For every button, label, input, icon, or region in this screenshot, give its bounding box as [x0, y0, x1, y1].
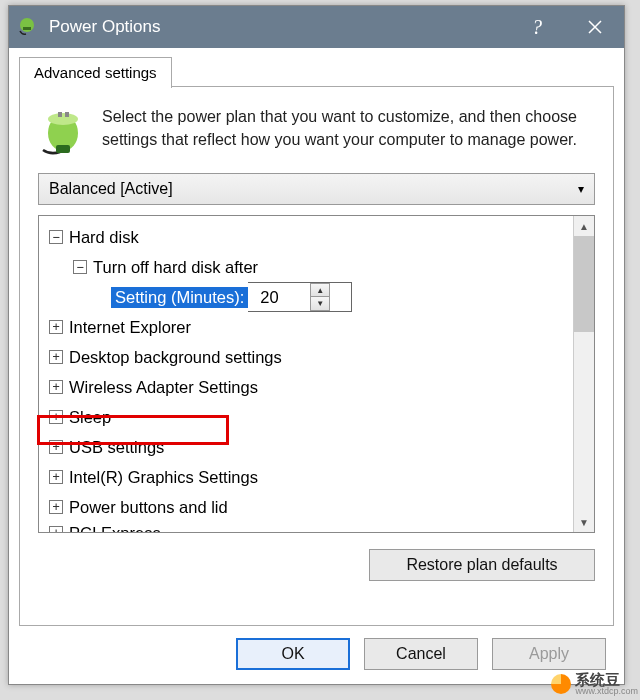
tree-item-desktop-background[interactable]: + Desktop background settings — [45, 342, 569, 372]
window-title: Power Options — [49, 17, 161, 37]
scrollbar-thumb[interactable] — [574, 236, 594, 332]
svg-rect-5 — [65, 112, 69, 117]
svg-rect-4 — [58, 112, 62, 117]
power-plug-icon — [19, 17, 39, 37]
tree-item-intel-graphics[interactable]: + Intel(R) Graphics Settings — [45, 462, 569, 492]
apply-button: Apply — [492, 638, 606, 670]
tree-label: USB settings — [69, 438, 164, 457]
chevron-down-icon: ▾ — [578, 182, 584, 196]
watermark-logo-icon — [551, 674, 571, 694]
tree-item-setting-minutes[interactable]: Setting (Minutes): 20 ▲ ▼ — [45, 282, 569, 312]
tabstrip: Advanced settings — [19, 56, 614, 87]
expand-icon[interactable]: + — [49, 350, 63, 364]
watermark-text: 系统豆 — [575, 672, 638, 687]
tree-scrollbar[interactable]: ▲ ▼ — [573, 216, 594, 532]
watermark: 系统豆 www.xtdcp.com — [551, 672, 638, 696]
tree-item-usb-settings[interactable]: + USB settings — [45, 432, 569, 462]
tree-label: PCI Express — [69, 524, 161, 533]
tree-item-turn-off-hard-disk[interactable]: − Turn off hard disk after — [45, 252, 569, 282]
tree-item-internet-explorer[interactable]: + Internet Explorer — [45, 312, 569, 342]
settings-tree-container: − Hard disk − Turn off hard disk after S… — [38, 215, 595, 533]
tree-label: Desktop background settings — [69, 348, 282, 367]
help-button[interactable]: ? — [508, 6, 566, 48]
tree-item-sleep[interactable]: + Sleep — [45, 402, 569, 432]
dialog-footer: OK Cancel Apply — [9, 634, 624, 684]
tree-item-pci-express[interactable]: + PCI Express — [45, 522, 569, 532]
tree-item-power-buttons[interactable]: + Power buttons and lid — [45, 492, 569, 522]
expand-icon[interactable]: + — [49, 526, 63, 532]
tree-label: Wireless Adapter Settings — [69, 378, 258, 397]
power-options-dialog: Power Options ? Advanced settings Select… — [8, 5, 625, 685]
cancel-button[interactable]: Cancel — [364, 638, 478, 670]
setting-minutes-label: Setting (Minutes): — [111, 287, 248, 308]
collapse-icon[interactable]: − — [73, 260, 87, 274]
settings-tree[interactable]: − Hard disk − Turn off hard disk after S… — [39, 216, 573, 532]
expand-icon[interactable]: + — [49, 500, 63, 514]
svg-rect-1 — [23, 27, 31, 30]
tree-item-wireless-adapter[interactable]: + Wireless Adapter Settings — [45, 372, 569, 402]
tree-label: Internet Explorer — [69, 318, 191, 337]
titlebar[interactable]: Power Options ? — [9, 6, 624, 48]
scroll-down-icon[interactable]: ▼ — [574, 512, 594, 532]
tab-advanced-settings[interactable]: Advanced settings — [19, 57, 172, 88]
watermark-url: www.xtdcp.com — [575, 687, 638, 696]
tab-content: Select the power plan that you want to c… — [19, 87, 614, 626]
close-button[interactable] — [566, 6, 624, 48]
spinner-up-icon[interactable]: ▲ — [311, 284, 329, 297]
expand-icon[interactable]: + — [49, 410, 63, 424]
ok-button[interactable]: OK — [236, 638, 350, 670]
tree-label: Turn off hard disk after — [93, 258, 258, 277]
tree-label: Intel(R) Graphics Settings — [69, 468, 258, 487]
restore-defaults-button[interactable]: Restore plan defaults — [369, 549, 595, 581]
expand-icon[interactable]: + — [49, 320, 63, 334]
scroll-up-icon[interactable]: ▲ — [574, 216, 594, 236]
tree-item-hard-disk[interactable]: − Hard disk — [45, 222, 569, 252]
collapse-icon[interactable]: − — [49, 230, 63, 244]
expand-icon[interactable]: + — [49, 380, 63, 394]
spinner-down-icon[interactable]: ▼ — [311, 297, 329, 310]
minutes-spinner[interactable]: ▲ ▼ — [310, 283, 330, 311]
setting-minutes-value[interactable]: 20 — [256, 288, 310, 307]
svg-rect-6 — [56, 145, 70, 153]
intro-text: Select the power plan that you want to c… — [102, 105, 595, 155]
tree-label: Hard disk — [69, 228, 139, 247]
tree-label: Sleep — [69, 408, 111, 427]
svg-point-3 — [48, 113, 78, 125]
battery-icon — [38, 105, 88, 155]
expand-icon[interactable]: + — [49, 440, 63, 454]
tree-label: Power buttons and lid — [69, 498, 228, 517]
intro-row: Select the power plan that you want to c… — [38, 105, 595, 155]
power-plan-label: Balanced [Active] — [49, 180, 173, 198]
power-plan-select[interactable]: Balanced [Active] ▾ — [38, 173, 595, 205]
expand-icon[interactable]: + — [49, 470, 63, 484]
